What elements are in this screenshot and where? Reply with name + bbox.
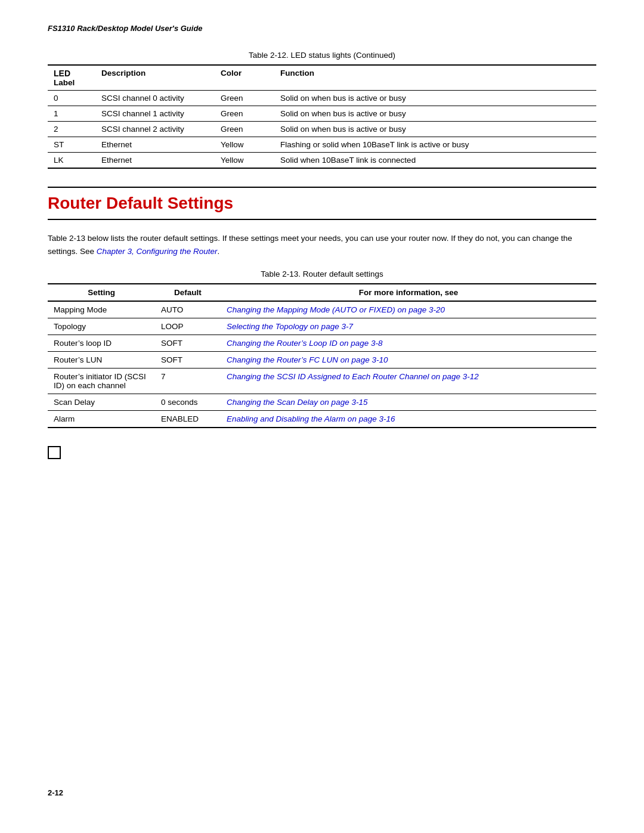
table-row: ST Ethernet Yellow Flashing or solid whe… <box>48 137 596 153</box>
setting-name: Scan Delay <box>48 394 155 411</box>
led-description: SCSI channel 0 activity <box>95 91 215 106</box>
setting-header: Setting <box>48 284 155 301</box>
setting-default: ENABLED <box>155 411 221 428</box>
led-label: LK <box>48 153 95 169</box>
more-info-header: For more information, see <box>221 284 596 301</box>
page-number: 2-12 <box>48 788 63 797</box>
breadcrumb: FS1310 Rack/Desktop Model User's Guide <box>48 24 596 33</box>
led-function: Solid on when bus is active or busy <box>274 106 596 122</box>
led-label-header: Label <box>54 78 75 87</box>
setting-name: Mapping Mode <box>48 301 155 318</box>
color-header: Color <box>215 65 274 91</box>
led-label: 2 <box>48 122 95 137</box>
more-info-link[interactable]: Changing the Mapping Mode (AUTO or FIXED… <box>227 305 445 314</box>
more-info-link[interactable]: Changing the Router’s Loop ID on page 3-… <box>227 339 382 348</box>
led-col-header: LED Label <box>48 65 95 91</box>
setting-more-info: Changing the Router’s Loop ID on page 3-… <box>221 335 596 352</box>
settings-table: Setting Default For more information, se… <box>48 283 596 428</box>
setting-name: Alarm <box>48 411 155 428</box>
setting-name: Router’s loop ID <box>48 335 155 352</box>
table-row: Router’s LUN SOFT Changing the Router’s … <box>48 352 596 368</box>
led-label: 1 <box>48 106 95 122</box>
led-color: Green <box>215 106 274 122</box>
table-row: LK Ethernet Yellow Solid when 10BaseT li… <box>48 153 596 169</box>
led-label: ST <box>48 137 95 153</box>
table-row: Router’s initiator ID (SCSI ID) on each … <box>48 368 596 394</box>
corner-mark <box>48 446 596 461</box>
setting-default: 7 <box>155 368 221 394</box>
settings-table-caption: Table 2-13. Router default settings <box>48 270 596 278</box>
more-info-link[interactable]: Changing the SCSI ID Assigned to Each Ro… <box>227 372 479 381</box>
led-table-caption: Table 2-12. LED status lights (Continued… <box>48 51 596 60</box>
setting-more-info: Enabling and Disabling the Alarm on page… <box>221 411 596 428</box>
setting-name: Router’s LUN <box>48 352 155 368</box>
setting-more-info: Changing the Mapping Mode (AUTO or FIXED… <box>221 301 596 318</box>
setting-default: AUTO <box>155 301 221 318</box>
more-info-link[interactable]: Changing the Scan Delay on page 3-15 <box>227 398 367 407</box>
table-row: 1 SCSI channel 1 activity Green Solid on… <box>48 106 596 122</box>
led-header-top: LED <box>54 69 70 78</box>
more-info-link[interactable]: Selecting the Topology on page 3-7 <box>227 322 353 331</box>
table-row: Router’s loop ID SOFT Changing the Route… <box>48 335 596 352</box>
default-header: Default <box>155 284 221 301</box>
table-row: Mapping Mode AUTO Changing the Mapping M… <box>48 301 596 318</box>
chapter3-link[interactable]: Chapter 3, Configuring the Router <box>97 247 218 256</box>
setting-default: LOOP <box>155 318 221 335</box>
led-description: SCSI channel 1 activity <box>95 106 215 122</box>
table-row: Topology LOOP Selecting the Topology on … <box>48 318 596 335</box>
setting-more-info: Changing the Scan Delay on page 3-15 <box>221 394 596 411</box>
setting-default: 0 seconds <box>155 394 221 411</box>
intro-text-2: . <box>217 247 219 256</box>
led-function: Solid when 10BaseT link is connected <box>274 153 596 169</box>
setting-default: SOFT <box>155 335 221 352</box>
setting-more-info: Selecting the Topology on page 3-7 <box>221 318 596 335</box>
led-description: Ethernet <box>95 153 215 169</box>
setting-more-info: Changing the Router’s FC LUN on page 3-1… <box>221 352 596 368</box>
more-info-link[interactable]: Changing the Router’s FC LUN on page 3-1… <box>227 355 388 364</box>
table-row: Alarm ENABLED Enabling and Disabling the… <box>48 411 596 428</box>
intro-paragraph: Table 2-13 below lists the router defaul… <box>48 232 596 258</box>
led-label: 0 <box>48 91 95 106</box>
more-info-link[interactable]: Enabling and Disabling the Alarm on page… <box>227 414 395 423</box>
led-color: Green <box>215 122 274 137</box>
led-color: Yellow <box>215 137 274 153</box>
description-header: Description <box>95 65 215 91</box>
led-function: Solid on when bus is active or busy <box>274 122 596 137</box>
table-row: 2 SCSI channel 2 activity Green Solid on… <box>48 122 596 137</box>
section-heading: Router Default Settings <box>48 187 596 220</box>
setting-default: SOFT <box>155 352 221 368</box>
setting-more-info: Changing the SCSI ID Assigned to Each Ro… <box>221 368 596 394</box>
led-color: Yellow <box>215 153 274 169</box>
table-row: 0 SCSI channel 0 activity Green Solid on… <box>48 91 596 106</box>
setting-name: Topology <box>48 318 155 335</box>
led-function: Flashing or solid when 10BaseT link is a… <box>274 137 596 153</box>
function-header: Function <box>274 65 596 91</box>
led-description: SCSI channel 2 activity <box>95 122 215 137</box>
led-function: Solid on when bus is active or busy <box>274 91 596 106</box>
led-color: Green <box>215 91 274 106</box>
setting-name: Router’s initiator ID (SCSI ID) on each … <box>48 368 155 394</box>
led-description: Ethernet <box>95 137 215 153</box>
table-row: Scan Delay 0 seconds Changing the Scan D… <box>48 394 596 411</box>
led-status-table: LED Label Description Color Function 0 S… <box>48 64 596 169</box>
